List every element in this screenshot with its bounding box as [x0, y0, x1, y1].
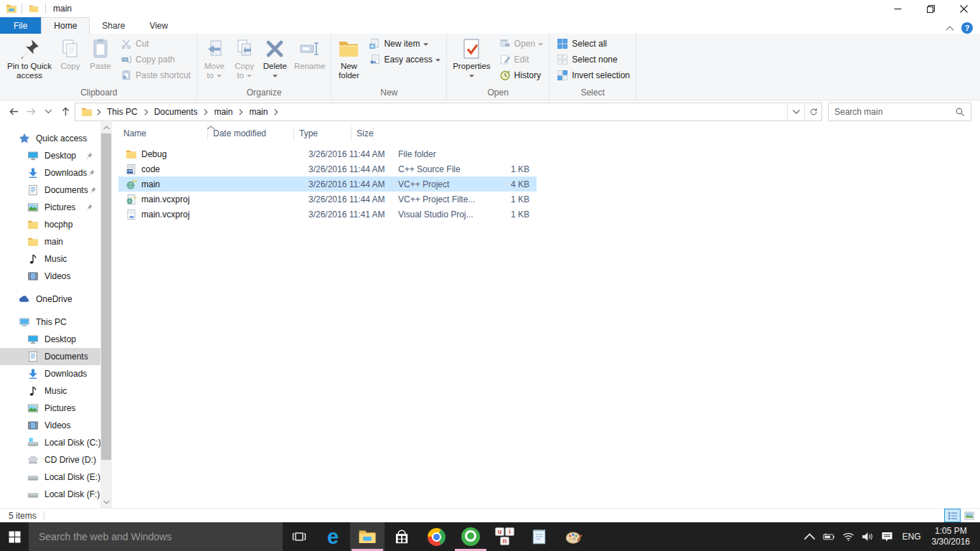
ribbon-cut-button[interactable]: Cut	[117, 36, 194, 52]
sidebar-item-desktop[interactable]: Desktop	[0, 147, 100, 164]
breadcrumb-item-this-pc[interactable]: This PC	[102, 103, 143, 121]
restore-down-button[interactable]	[914, 0, 947, 17]
tab-file[interactable]: File	[0, 17, 41, 34]
ribbon-edit-button[interactable]: Edit	[496, 52, 547, 67]
breadcrumb-item-documents[interactable]: Documents	[149, 103, 203, 121]
taskbar-edge-icon[interactable]: e	[316, 522, 350, 551]
sidebar-item-videos[interactable]: Videos	[0, 268, 100, 285]
up-button[interactable]	[57, 104, 73, 120]
sidebar-item-onedrive[interactable]: OneDrive	[0, 291, 100, 308]
ribbon-move-to-button[interactable]: Moveto	[199, 35, 230, 80]
breadcrumb-chevron-icon[interactable]	[273, 108, 278, 116]
back-button[interactable]	[6, 104, 22, 120]
ribbon-delete-button[interactable]: Delete	[260, 35, 291, 80]
tab-home[interactable]: Home	[41, 17, 90, 34]
column-header-date-modified[interactable]: Date modified	[208, 126, 294, 141]
breadcrumb-chevron-icon[interactable]	[203, 108, 208, 116]
taskbar-store-icon[interactable]	[385, 522, 419, 551]
sidebar-item-documents[interactable]: Documents	[0, 348, 100, 365]
file-row-code[interactable]: CPPcode3/26/2016 11:44 AMC++ Source File…	[118, 161, 537, 176]
breadcrumb-chevron-icon[interactable]	[96, 108, 101, 116]
column-header-name[interactable]: Name	[118, 126, 208, 141]
ribbon-invert-selection-button[interactable]: Invert selection	[553, 67, 633, 83]
start-button[interactable]	[0, 522, 29, 551]
minimize-button[interactable]	[881, 0, 914, 17]
file-row-main[interactable]: ++main3/26/2016 11:44 AMVC++ Project4 KB	[118, 176, 537, 192]
sidebar-item-local-disk-f[interactable]: Local Disk (F:)	[0, 486, 100, 503]
close-button[interactable]	[947, 0, 980, 17]
recent-locations-icon[interactable]	[40, 104, 56, 120]
search-input[interactable]	[829, 107, 955, 117]
sidebar-item-quick-access[interactable]: Quick access	[0, 130, 100, 147]
minimize-ribbon-icon[interactable]	[946, 23, 954, 33]
sidebar-item-downloads[interactable]: Downloads	[0, 164, 100, 182]
breadcrumb-chevron-icon[interactable]	[238, 108, 243, 116]
ribbon-select-none-button[interactable]: Select none	[553, 52, 633, 67]
ribbon-history-button[interactable]: History	[496, 67, 547, 83]
ribbon-new-folder-button[interactable]: Newfolder	[334, 35, 364, 80]
taskbar-coccoc-icon[interactable]	[453, 522, 488, 551]
breadcrumb-chevron-icon[interactable]	[143, 108, 149, 116]
clock[interactable]: 1:05 PM 3/30/2016	[929, 526, 974, 547]
taskbar-chrome-icon[interactable]	[419, 522, 453, 551]
tab-view[interactable]: View	[137, 17, 180, 34]
sidebar-item-pictures[interactable]: Pictures	[0, 199, 100, 216]
ribbon-copy-button[interactable]: Copy	[55, 35, 85, 71]
sidebar-item-hocphp[interactable]: hocphp	[0, 216, 100, 233]
sidebar-item-local-disk-c[interactable]: Local Disk (C:)	[0, 434, 100, 451]
sidebar-item-desktop[interactable]: Desktop	[0, 331, 100, 348]
column-header-type[interactable]: Type	[294, 126, 352, 141]
sidebar-item-music[interactable]: Music	[0, 382, 100, 400]
ribbon-copy-path-button[interactable]: Copy path	[117, 52, 194, 67]
ribbon-copy-to-button[interactable]: Copyto	[230, 35, 260, 80]
sidebar-item-this-pc[interactable]: This PC	[0, 314, 100, 331]
file-row-main-vcxproj[interactable]: ++main.vcxproj3/26/2016 11:44 AMVC++ Pro…	[118, 192, 537, 207]
address-dropdown-icon[interactable]	[787, 103, 804, 121]
language-indicator[interactable]: ENG	[900, 532, 924, 542]
taskbar-unikey-icon[interactable]: uin	[488, 522, 522, 551]
breadcrumb-item-main[interactable]: main	[244, 103, 273, 121]
search-icon[interactable]	[955, 107, 965, 117]
sidebar-item-documents[interactable]: Documents	[0, 182, 100, 199]
tray-battery-icon[interactable]	[822, 529, 837, 544]
taskbar-paint-icon[interactable]	[557, 522, 591, 551]
tray-chevron-up-icon[interactable]	[803, 529, 817, 544]
ribbon-select-all-button[interactable]: Select all	[553, 36, 633, 52]
scroll-down-icon[interactable]	[100, 496, 112, 508]
sidebar-item-music[interactable]: Music	[0, 250, 100, 268]
sidebar-item-pictures[interactable]: Pictures	[0, 400, 100, 417]
scroll-up-icon[interactable]	[100, 122, 112, 133]
tray-action-center-icon[interactable]	[880, 529, 895, 544]
forward-button[interactable]	[23, 104, 39, 120]
ribbon-rename-button[interactable]: Rename	[291, 35, 329, 71]
tab-share[interactable]: Share	[90, 17, 137, 34]
sidebar-scrollbar[interactable]	[100, 122, 112, 508]
sidebar-item-main[interactable]: main	[0, 233, 100, 250]
taskbar-notepad-icon[interactable]	[522, 522, 557, 551]
ribbon-easy-access-button[interactable]: Easy access	[365, 52, 444, 67]
ribbon-pin-to-quick-access-button[interactable]: Pin to Quickaccess	[4, 35, 55, 80]
taskbar-search-input[interactable]	[29, 531, 283, 542]
details-view-button[interactable]	[944, 509, 961, 522]
ribbon-paste-shortcut-button[interactable]: Paste shortcut	[117, 67, 194, 83]
tray-volume-icon[interactable]	[861, 529, 875, 544]
taskbar-explorer-icon[interactable]	[350, 522, 385, 551]
qat-new-folder-button[interactable]	[27, 1, 41, 17]
address-bar[interactable]: This PCDocumentsmainmain	[75, 103, 822, 121]
sidebar-item-cd-drive-d[interactable]: CD Drive (D:)	[0, 451, 100, 468]
sidebar-item-local-disk-e[interactable]: Local Disk (E:)	[0, 468, 100, 486]
help-icon[interactable]: ?	[961, 22, 973, 34]
file-row-main-vcxproj[interactable]: ∞main.vcxproj3/26/2016 11:41 AMVisual St…	[118, 207, 537, 222]
file-row-debug[interactable]: Debug3/26/2016 11:44 AMFile folder	[118, 146, 537, 161]
ribbon-new-item-button[interactable]: New item	[365, 36, 444, 52]
ribbon-properties-button[interactable]: Properties	[449, 35, 494, 80]
task-view-button[interactable]	[283, 522, 316, 551]
ribbon-paste-button[interactable]: Paste	[85, 35, 116, 71]
tray-wifi-icon[interactable]	[842, 529, 856, 544]
ribbon-open-button[interactable]: Open	[496, 36, 547, 52]
breadcrumb-item-main[interactable]: main	[209, 103, 237, 121]
sidebar-item-videos[interactable]: Videos	[0, 417, 100, 434]
column-header-size[interactable]: Size	[352, 126, 374, 141]
scrollbar-thumb[interactable]	[101, 133, 111, 460]
thumbnails-view-button[interactable]	[961, 509, 977, 522]
